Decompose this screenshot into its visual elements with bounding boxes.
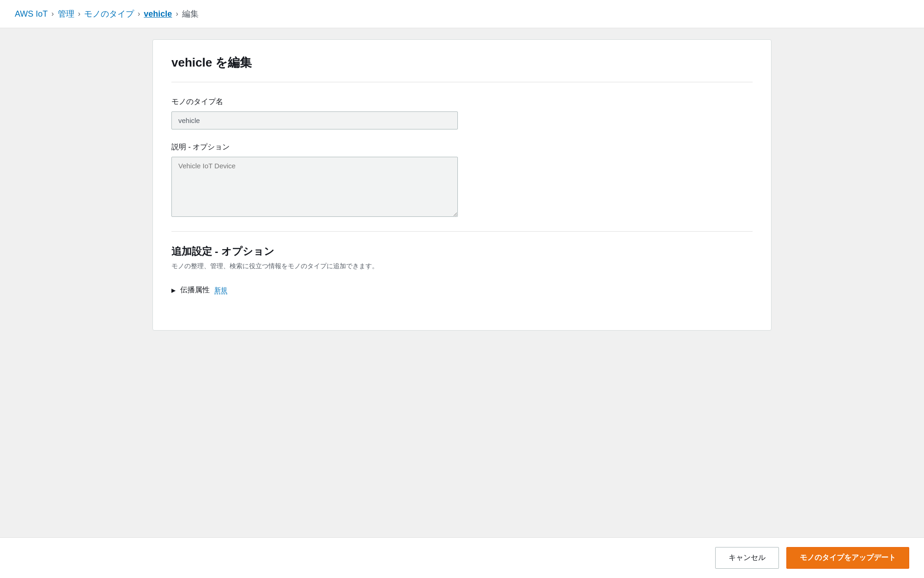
type-name-input[interactable] xyxy=(171,111,458,129)
propagating-attributes-label: 伝播属性 xyxy=(180,285,210,295)
breadcrumb-sep-4: › xyxy=(176,10,178,18)
breadcrumb: AWS IoT › 管理 › モノのタイプ › vehicle › 編集 xyxy=(0,0,924,28)
divider xyxy=(171,231,753,232)
breadcrumb-manage[interactable]: 管理 xyxy=(58,8,74,19)
expand-icon[interactable]: ▶ xyxy=(171,287,176,294)
description-section: 説明 - オプション xyxy=(171,142,753,218)
card-title: vehicle を編集 xyxy=(171,55,753,82)
additional-settings-section: 追加設定 - オプション モノの整理、管理、検索に役立つ情報をモノのタイプに追加… xyxy=(171,245,753,299)
description-textarea[interactable] xyxy=(171,157,458,217)
breadcrumb-thing-types[interactable]: モノのタイプ xyxy=(84,8,134,19)
breadcrumb-aws-iot[interactable]: AWS IoT xyxy=(15,9,48,19)
breadcrumb-edit: 編集 xyxy=(182,8,199,19)
additional-settings-heading: 追加設定 - オプション xyxy=(171,245,753,258)
breadcrumb-sep-1: › xyxy=(51,10,54,18)
propagating-attributes-row: ▶ 伝播属性 新規 xyxy=(171,282,753,299)
breadcrumb-vehicle[interactable]: vehicle xyxy=(144,9,172,19)
main-content: vehicle を編集 モノのタイプ名 説明 - オプション 追加設定 - オプ… xyxy=(0,28,924,578)
edit-card: vehicle を編集 モノのタイプ名 説明 - オプション 追加設定 - オプ… xyxy=(152,39,772,331)
new-link[interactable]: 新規 xyxy=(214,286,227,295)
cancel-button[interactable]: キャンセル xyxy=(715,547,779,569)
breadcrumb-sep-2: › xyxy=(78,10,80,18)
additional-settings-description: モノの整理、管理、検索に役立つ情報をモノのタイプに追加できます。 xyxy=(171,262,753,271)
page-wrapper: AWS IoT › 管理 › モノのタイプ › vehicle › 編集 veh… xyxy=(0,0,924,578)
footer-bar: キャンセル モノのタイプをアップデート xyxy=(0,537,924,578)
type-name-section: モノのタイプ名 xyxy=(171,97,753,129)
breadcrumb-sep-3: › xyxy=(138,10,140,18)
description-label: 説明 - オプション xyxy=(171,142,753,152)
update-button[interactable]: モノのタイプをアップデート xyxy=(786,547,909,569)
type-name-label: モノのタイプ名 xyxy=(171,97,753,107)
